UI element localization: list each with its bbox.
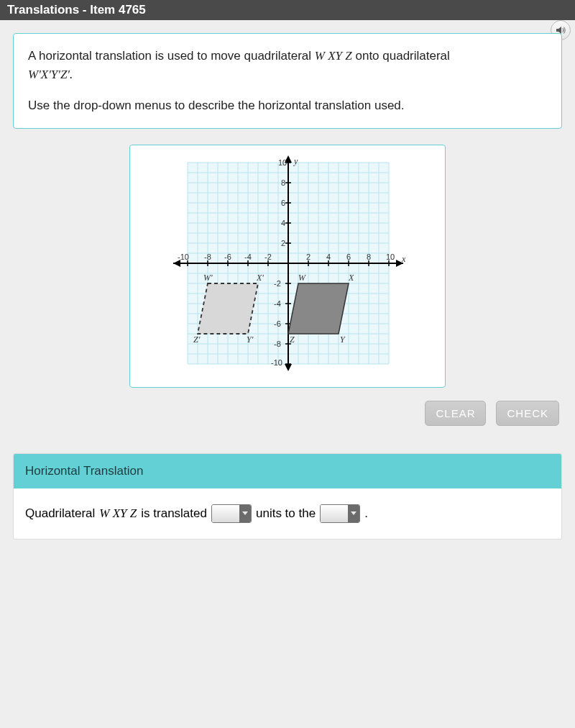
direction-dropdown[interactable] [320, 504, 360, 523]
svg-text:4: 4 [326, 252, 331, 261]
page-title: Translations - Item 4765 [7, 3, 146, 17]
svg-text:-8: -8 [274, 340, 281, 348]
svg-text:10: 10 [278, 158, 287, 167]
svg-text:-6: -6 [224, 252, 231, 261]
svg-text:-8: -8 [204, 252, 211, 261]
svg-text:Z: Z [290, 335, 295, 345]
svg-marker-92 [198, 283, 258, 334]
chevron-down-icon [239, 505, 251, 522]
page-header: Translations - Item 4765 [0, 0, 575, 20]
answer-card: Horizontal Translation Quadrilateral W X… [13, 453, 562, 540]
svg-text:y: y [293, 156, 298, 166]
svg-text:-10: -10 [271, 358, 282, 367]
svg-text:x: x [401, 254, 406, 264]
prompt-text: onto quadrilateral [352, 49, 450, 63]
svg-text:6: 6 [281, 199, 285, 207]
chevron-down-icon [348, 505, 359, 522]
prompt-line-2: Use the drop-down menus to describe the … [28, 96, 547, 115]
svg-text:-6: -6 [274, 319, 281, 328]
answer-header: Horizontal Translation [14, 454, 561, 488]
answer-text: is translated [141, 506, 207, 521]
svg-text:-4: -4 [244, 252, 252, 261]
coordinate-graph: -10 -8 -6 -4 -2 2 4 6 8 10 10 8 6 4 2 -2… [144, 155, 432, 371]
svg-text:W': W' [203, 273, 213, 283]
prompt-text: A horizontal translation is used to move… [28, 49, 315, 63]
svg-text:10: 10 [386, 252, 395, 261]
svg-text:-10: -10 [178, 252, 189, 261]
svg-text:-2: -2 [264, 252, 272, 261]
math-wxyz: W XY Z [315, 49, 352, 63]
graph-panel: -10 -8 -6 -4 -2 2 4 6 8 10 10 8 6 4 2 -2… [129, 145, 446, 388]
answer-text: units to the [256, 506, 316, 521]
answer-text: Quadrilateral [25, 506, 95, 521]
math-wxyz: W XY Z [99, 506, 137, 521]
svg-marker-48 [285, 364, 292, 371]
svg-text:4: 4 [281, 219, 285, 227]
svg-text:8: 8 [367, 252, 371, 261]
svg-text:-4: -4 [274, 299, 281, 308]
svg-text:6: 6 [346, 252, 351, 261]
button-row: CLEAR CHECK [13, 401, 562, 426]
clear-button[interactable]: CLEAR [425, 401, 486, 426]
svg-text:2: 2 [281, 239, 285, 247]
svg-text:X: X [348, 273, 354, 283]
svg-text:W: W [298, 273, 306, 283]
math-wxyz-prime: W'X'Y'Z'. [28, 68, 73, 81]
svg-text:2: 2 [306, 252, 310, 261]
check-button[interactable]: CHECK [496, 401, 559, 426]
prompt-line-1: A horizontal translation is used to move… [28, 47, 547, 83]
content-area: A horizontal translation is used to move… [0, 20, 575, 552]
answer-body: Quadrilateral W XY Z is translated units… [14, 488, 561, 539]
svg-text:Y': Y' [247, 335, 254, 345]
svg-marker-91 [288, 283, 349, 334]
answer-text: . [364, 506, 368, 521]
svg-text:8: 8 [281, 178, 285, 187]
svg-text:-2: -2 [274, 279, 281, 288]
svg-text:X': X' [256, 273, 264, 283]
units-dropdown[interactable] [211, 504, 252, 523]
svg-text:Z': Z' [193, 335, 201, 345]
prompt-box: A horizontal translation is used to move… [13, 33, 562, 129]
